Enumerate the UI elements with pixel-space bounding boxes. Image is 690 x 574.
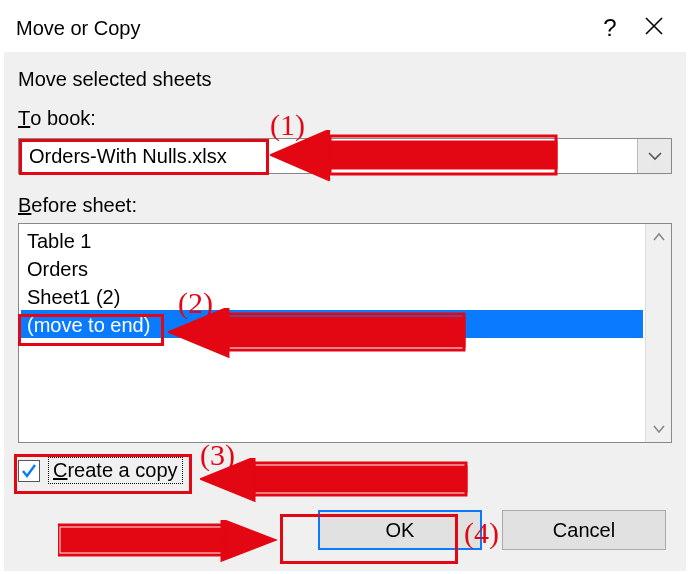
move-selected-label: Move selected sheets (18, 68, 672, 91)
create-copy-row: Create a copy (18, 457, 672, 484)
dialog-buttons: OK Cancel (18, 510, 672, 550)
list-item[interactable]: Table 1 (21, 226, 643, 254)
create-copy-label: Create a copy (48, 457, 183, 484)
dialog-title: Move or Copy (16, 17, 588, 40)
before-sheet-label: Before sheet: (18, 194, 672, 217)
help-button[interactable]: ? (588, 14, 632, 42)
titlebar: Move or Copy ? (4, 4, 686, 52)
to-book-value: Orders-With Nulls.xlsx (19, 145, 637, 168)
list-item[interactable]: Sheet1 (2) (21, 282, 643, 310)
list-item-selected[interactable]: (move to end) (21, 310, 643, 338)
to-book-combobox[interactable]: Orders-With Nulls.xlsx (18, 138, 672, 174)
before-sheet-listbox[interactable]: Table 1 Orders Sheet1 (2) (move to end) (18, 223, 672, 443)
create-copy-checkbox[interactable] (18, 460, 40, 482)
ok-button[interactable]: OK (318, 510, 482, 550)
listbox-scrollbar[interactable] (645, 224, 671, 442)
list-item[interactable]: Orders (21, 254, 643, 282)
close-icon[interactable] (643, 15, 665, 37)
to-book-label: To book: (18, 107, 672, 130)
chevron-down-icon[interactable] (637, 139, 671, 173)
scroll-up-icon[interactable] (646, 224, 671, 250)
scroll-down-icon[interactable] (646, 416, 671, 442)
cancel-button[interactable]: Cancel (502, 510, 666, 550)
move-or-copy-dialog: Move or Copy ? Move selected sheets To b… (4, 3, 686, 571)
